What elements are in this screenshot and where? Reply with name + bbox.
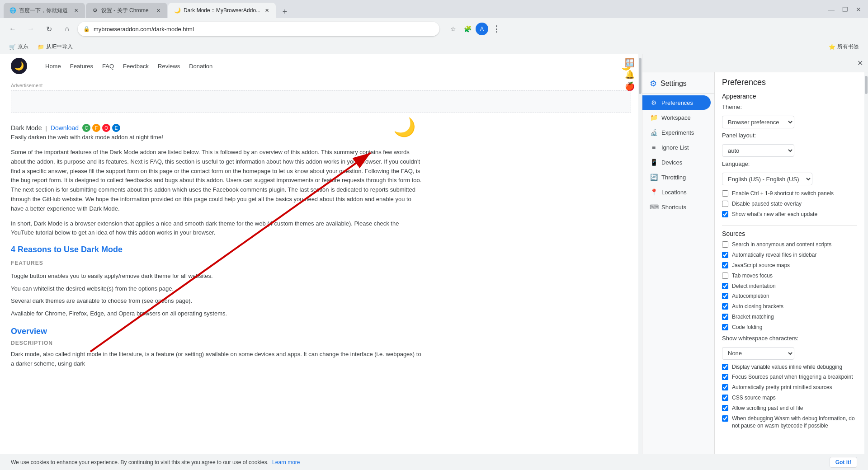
tab-inactive-1[interactable]: 🌐 百度一下，你就知道 ✕ <box>4 3 85 18</box>
cookie-learn-more[interactable]: Learn more <box>272 459 300 465</box>
all-bookmarks[interactable]: ⭐ 所有书签 <box>825 41 863 52</box>
nav-reviews[interactable]: Reviews <box>158 63 180 70</box>
bracket-matching-row: Bracket matching <box>722 313 857 321</box>
autocompletion-checkbox[interactable] <box>722 293 728 299</box>
webpage-scroll-thumb[interactable] <box>639 58 642 94</box>
auto-closing-row: Auto closing brackets <box>722 303 857 310</box>
devtools-close-button[interactable]: ✕ <box>855 59 864 68</box>
allow-scrolling-checkbox[interactable] <box>722 405 728 411</box>
detect-indentation-row: Detect indentation <box>722 282 857 290</box>
sidebar-item-locations[interactable]: 📍 Locations <box>642 185 711 199</box>
article-content: 🌙 Dark Mode | Download C F O E Easily da… <box>0 117 434 376</box>
minimize-button[interactable]: — <box>826 4 837 15</box>
webpage-scrollbar[interactable] <box>638 54 642 470</box>
sidebar-item-shortcuts[interactable]: ⌨ Shortcuts <box>642 200 711 214</box>
article-separator: | <box>45 125 47 132</box>
sidebar-item-throttling[interactable]: 🔄 Throttling <box>642 170 711 184</box>
overview-heading: Overview <box>11 327 423 336</box>
sidebar-item-preferences[interactable]: ⚙ Preferences <box>642 95 711 110</box>
feature-3: Several dark themes are available to cho… <box>11 295 423 307</box>
cookie-bar: We use cookies to enhance your experienc… <box>0 454 868 470</box>
disable-paused-checkbox[interactable] <box>722 201 728 207</box>
display-variable-checkbox[interactable] <box>722 364 728 370</box>
more-options-button[interactable]: ⋮ <box>490 23 503 35</box>
panel-layout-select[interactable]: auto horizontal vertical <box>722 144 794 157</box>
tab-close-1[interactable]: ✕ <box>72 7 80 14</box>
maximize-button[interactable]: ❐ <box>839 4 851 15</box>
detect-indentation-checkbox[interactable] <box>722 283 728 289</box>
nav-donation[interactable]: Donation <box>189 63 212 70</box>
bookmark-import-ie[interactable]: 📁 从IE中导入 <box>34 41 76 52</box>
ctrl19-checkbox[interactable] <box>722 190 728 197</box>
language-select[interactable]: English (US) - English (US) <box>722 173 812 185</box>
tab-moves-focus-checkbox[interactable] <box>722 273 728 279</box>
moon-icon-article: 🌙 <box>393 117 416 138</box>
tab-active-3[interactable]: 🌙 Dark Mode :: MyBrowserAddo... ✕ <box>168 3 276 18</box>
focus-sources-checkbox[interactable] <box>722 374 728 380</box>
article-download-link[interactable]: Download <box>51 124 79 132</box>
tab-inactive-2[interactable]: ⚙ 设置 - 关于 Chrome ✕ <box>86 3 167 18</box>
settings-scrollbar[interactable] <box>864 72 868 470</box>
tab-close-3[interactable]: ✕ <box>263 7 270 14</box>
bookmarks-bar: 🛒 京东 📁 从IE中导入 ⭐ 所有书签 <box>0 40 868 54</box>
cookie-ok-button[interactable]: Got it! <box>830 457 857 468</box>
js-source-maps-row: JavaScript source maps <box>722 262 857 269</box>
home-button[interactable]: ⌂ <box>60 22 74 36</box>
sidebar-item-workspace[interactable]: 📁 Workspace <box>642 110 711 125</box>
bookmark-jingdong-label: 京东 <box>18 43 28 51</box>
url-input[interactable]: 🔒 mybrowseraddon.com/dark-mode.html <box>78 22 439 36</box>
section-heading: 4 Reasons to Use Dark Mode <box>11 245 423 254</box>
show-new-checkbox[interactable] <box>722 211 728 217</box>
sidebar-item-devices[interactable]: 📱 Devices <box>642 155 711 169</box>
auto-pretty-checkbox[interactable] <box>722 384 728 390</box>
auto-reveal-checkbox[interactable] <box>722 252 728 258</box>
windows-icon[interactable]: 🪟 <box>625 58 635 68</box>
anon-search-checkbox[interactable] <box>722 241 728 248</box>
chrome-icon: C <box>82 124 90 132</box>
download-icons: C F O E <box>82 124 120 132</box>
sidebar-item-experiments[interactable]: 🔬 Experiments <box>642 125 711 140</box>
profile-button[interactable]: A <box>476 23 488 35</box>
tab-close-2[interactable]: ✕ <box>155 7 162 14</box>
auto-closing-checkbox[interactable] <box>722 303 728 310</box>
description-label: DESCRIPTION <box>11 340 423 346</box>
bracket-matching-checkbox[interactable] <box>722 314 728 320</box>
throttling-icon: 🔄 <box>650 174 658 181</box>
apple-icon[interactable]: 🍎 <box>625 81 635 91</box>
appearance-title: Appearance <box>722 93 857 100</box>
nav-faq[interactable]: FAQ <box>102 63 114 70</box>
tab-favicon-3: 🌙 <box>174 7 181 14</box>
back-button[interactable]: ← <box>5 22 20 36</box>
css-source-maps-label: CSS source maps <box>732 394 776 402</box>
nav-feedback[interactable]: Feedback <box>123 63 149 70</box>
bookmark-star-icon[interactable]: ☆ <box>447 23 459 35</box>
close-window-button[interactable]: ✕ <box>853 4 864 15</box>
article-para-2: In short, Dark Mode is a browser extensi… <box>11 219 423 238</box>
sidebar-item-ignore-list[interactable]: ≡ Ignore List <box>642 140 711 155</box>
nav-features[interactable]: Features <box>70 63 93 70</box>
settings-scroll-thumb[interactable] <box>865 76 868 94</box>
theme-row: Theme: <box>722 103 857 112</box>
refresh-button[interactable]: ↻ <box>42 22 56 36</box>
whitespace-select[interactable]: None All Trailing <box>722 347 794 360</box>
extensions-icon[interactable]: 🧩 <box>461 23 474 35</box>
notification-icon[interactable]: 🔔 <box>625 70 635 80</box>
js-source-maps-checkbox[interactable] <box>722 262 728 268</box>
shortcuts-label: Shortcuts <box>661 204 686 211</box>
display-variable-row: Display variable values inline while deb… <box>722 363 857 371</box>
description-text: Dark mode, also called night mode in the… <box>11 350 423 369</box>
bookmark-import-label: 从IE中导入 <box>46 43 73 51</box>
warn-debug-checkbox[interactable] <box>722 415 728 422</box>
forward-button[interactable]: → <box>24 22 38 36</box>
nav-home[interactable]: Home <box>45 63 61 70</box>
css-source-maps-checkbox[interactable] <box>722 395 728 401</box>
theme-select[interactable]: Browser preference Light Dark <box>722 116 794 128</box>
bracket-matching-label: Bracket matching <box>732 313 774 321</box>
settings-header-title: Settings <box>660 80 687 88</box>
code-folding-checkbox[interactable] <box>722 324 728 330</box>
bookmark-jingdong[interactable]: 🛒 京东 <box>5 41 32 52</box>
address-right-icons: ☆ 🧩 A ⋮ <box>447 23 503 35</box>
logo-icon: 🌙 <box>11 58 27 74</box>
new-tab-button[interactable]: + <box>278 5 291 18</box>
article-para-1: Some of the important features of the Da… <box>11 148 423 214</box>
